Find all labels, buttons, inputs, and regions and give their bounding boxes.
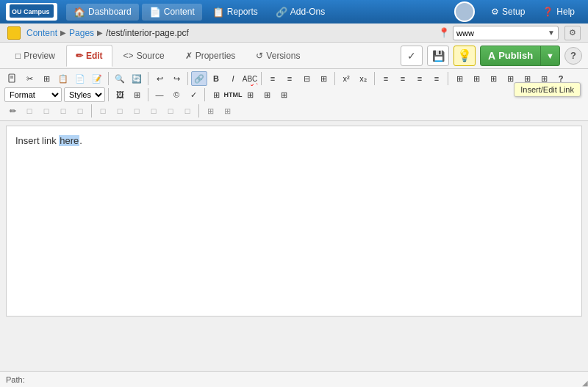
nav-logo[interactable]: OU Campus: [6, 3, 57, 21]
pin-icon: 📍: [438, 27, 450, 38]
tb-indent[interactable]: ⊞: [315, 71, 331, 86]
tb-chain[interactable]: ⊞: [242, 87, 258, 102]
breadcrumb-content[interactable]: Content: [26, 28, 57, 38]
tb-r3-12[interactable]: □: [179, 104, 196, 118]
tb-more-3[interactable]: ⊞: [485, 71, 501, 86]
tab-preview-label: Preview: [24, 51, 55, 61]
nav-dashboard[interactable]: 🏠 Dashboard: [66, 4, 139, 21]
path-bar: Path: ◢: [0, 371, 588, 387]
tb-paste-word[interactable]: 📝: [89, 71, 105, 86]
tb-copy[interactable]: ⊞: [38, 71, 54, 86]
tb-copyright[interactable]: ©: [168, 87, 184, 102]
tb-new-doc[interactable]: [4, 71, 21, 86]
breadcrumb-bar: Content ▶ Pages ▶ /test/interior-page.pc…: [0, 23, 588, 43]
tb-r3-5[interactable]: □: [72, 104, 88, 118]
tb-pencil[interactable]: ✏: [4, 104, 21, 118]
nav-reports[interactable]: 📋 Reports: [205, 4, 265, 21]
tb-subscript[interactable]: x₂: [355, 71, 371, 86]
tab-preview[interactable]: □ Preview: [6, 45, 65, 67]
tb-paste[interactable]: 📋: [55, 71, 71, 86]
tb-align-left[interactable]: ≡: [378, 71, 394, 86]
resize-handle[interactable]: ◢: [578, 377, 588, 387]
tb-html[interactable]: HTML: [225, 87, 241, 102]
tb-more-1[interactable]: ⊞: [451, 71, 467, 86]
url-input[interactable]: [456, 29, 545, 37]
publish-dropdown-arrow[interactable]: ▼: [541, 46, 559, 65]
tb-r3-14[interactable]: ⊞: [202, 104, 218, 118]
check-button[interactable]: ✓: [401, 46, 423, 66]
tb-bold[interactable]: B: [208, 71, 224, 86]
tb-insert-image[interactable]: 🖼: [112, 87, 128, 102]
tb-r3-3[interactable]: □: [38, 104, 54, 118]
tb-grid[interactable]: ⊞: [208, 87, 224, 102]
tb-sep-row2-1: [108, 88, 109, 101]
editor-area[interactable]: Insert link here.: [6, 126, 582, 317]
tb-unordered-list[interactable]: ≡: [265, 71, 281, 86]
tab-properties[interactable]: ✗ Properties: [176, 45, 245, 67]
tb-more-2[interactable]: ⊞: [468, 71, 484, 86]
tb-r3-11[interactable]: □: [162, 104, 179, 118]
tb-r3-15[interactable]: ⊞: [219, 104, 235, 118]
tb-sep-5: [334, 72, 335, 85]
settings-icon-btn[interactable]: ⚙: [564, 26, 581, 40]
tb-paste-text[interactable]: 📄: [72, 71, 88, 86]
styles-select[interactable]: Styles: [64, 87, 105, 102]
source-code-icon: <>: [123, 51, 134, 61]
nav-content[interactable]: 📄 Content: [142, 4, 202, 21]
breadcrumb-file: /test/interior-page.pcf: [106, 28, 189, 38]
tb-r3-10[interactable]: □: [146, 104, 162, 118]
nav-addons[interactable]: 🔗 Add-Ons: [268, 4, 332, 21]
tab-edit-label: Edit: [86, 51, 103, 61]
tb-sep-1: [108, 72, 109, 85]
tb-r3-8[interactable]: □: [112, 104, 128, 118]
publish-a-icon: A: [488, 50, 495, 62]
publish-button[interactable]: A Publish ▼: [480, 46, 560, 66]
tb-r3-7[interactable]: □: [95, 104, 111, 118]
tb-table[interactable]: ⊞: [129, 87, 145, 102]
tb-redo[interactable]: ↪: [168, 71, 184, 86]
tb-extra1[interactable]: ⊞: [259, 87, 275, 102]
help-circle-button[interactable]: ?: [564, 47, 582, 65]
breadcrumb-pages[interactable]: Pages: [69, 28, 94, 38]
nav-dashboard-label: Dashboard: [88, 7, 132, 17]
tb-sep-4: [261, 72, 262, 85]
toolbar-wrapper: ✂ ⊞ 📋 📄 📝 🔍 🔄 ↩ ↪ 🔗 B I ABC ≡ ≡ ⊟: [0, 69, 588, 121]
dashboard-icon: 🏠: [74, 7, 85, 18]
tb-align-center[interactable]: ≡: [395, 71, 411, 86]
tb-align-right[interactable]: ≡: [412, 71, 428, 86]
tb-check2[interactable]: ✓: [185, 87, 201, 102]
tb-find[interactable]: 🔍: [112, 71, 128, 86]
publish-main[interactable]: A Publish: [481, 46, 541, 65]
nav-help[interactable]: ❓ Help: [535, 4, 582, 20]
tb-superscript[interactable]: x²: [338, 71, 354, 86]
tb-ordered-list[interactable]: ≡: [282, 71, 298, 86]
url-dropdown-arrow[interactable]: ▼: [548, 29, 555, 37]
tooltip-text: Insert/Edit Link: [520, 85, 574, 94]
tb-cut[interactable]: ✂: [21, 71, 37, 86]
save-button[interactable]: 💾: [427, 46, 449, 66]
tb-r3-4[interactable]: □: [55, 104, 71, 118]
nav-addons-label: Add-Ons: [290, 7, 325, 17]
tab-versions[interactable]: ↺ Versions: [246, 45, 309, 67]
tb-replace[interactable]: 🔄: [129, 71, 145, 86]
tb-italic[interactable]: I: [225, 71, 241, 86]
tb-insert-link[interactable]: 🔗: [191, 71, 207, 86]
tab-edit[interactable]: ✏ Edit: [66, 45, 112, 67]
tb-spellcheck[interactable]: ABC: [242, 71, 258, 86]
tb-r3-2[interactable]: □: [21, 104, 37, 118]
tb-undo[interactable]: ↩: [151, 71, 168, 86]
lightbulb-button[interactable]: 💡: [453, 46, 476, 66]
tb-r3-9[interactable]: □: [129, 104, 145, 118]
svg-text:OU Campus: OU Campus: [12, 8, 50, 15]
tb-align-justify[interactable]: ≡: [429, 71, 445, 86]
tab-source[interactable]: <> Source: [114, 45, 174, 67]
avatar[interactable]: [454, 1, 475, 22]
editor-scroll: Insert link here.: [0, 121, 588, 387]
tb-extra2[interactable]: ⊞: [276, 87, 292, 102]
nav-setup[interactable]: ⚙ Setup: [484, 4, 532, 20]
format-select[interactable]: Format Heading 1 Heading 2 Paragraph: [4, 87, 62, 102]
setup-icon: ⚙: [491, 7, 499, 17]
tb-outdent[interactable]: ⊟: [298, 71, 315, 86]
editor-highlighted-text: here: [59, 135, 79, 146]
tb-hr[interactable]: —: [151, 87, 168, 102]
